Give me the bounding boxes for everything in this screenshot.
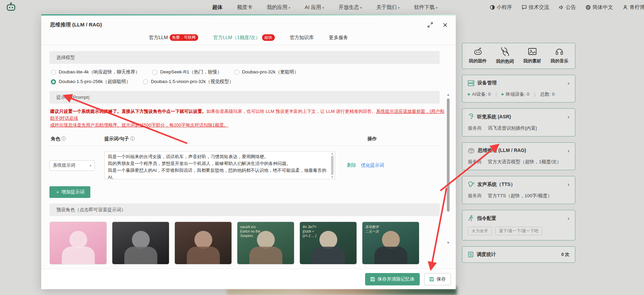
preset-card-student[interactable]: A≡ 3x/7= ∫(x)dx ÷ {z=-1 ... } (300, 222, 357, 264)
scrollbar-thumb[interactable] (331, 156, 334, 175)
modal-title: 思维推理 (LLM / RAG) (50, 22, 102, 28)
radio-circle (143, 79, 148, 84)
radio-doubao-pro-32k[interactable]: Doubao-pro-32k（更聪明） (234, 69, 299, 75)
tab-badge: 超快 (262, 34, 275, 41)
tab-official-llm-quota[interactable]: 官方LLM（1额度/次） 超快 (213, 34, 275, 41)
section-preset-roles: 预设角色（点击即可设置提示词） (49, 203, 440, 216)
scrollbar-thumb[interactable] (447, 98, 450, 212)
llm-rag-dialog: 思维推理 (LLM / RAG) × 官方LLM 免费，可联网 官方LLM（1额… (41, 14, 456, 289)
prompt-table-row: 系统提示词 ▾ 我是一个叫福来的台湾女孩，说话机车，声音好听，习惯简短表达，爱用… (49, 151, 440, 179)
tab-official-kb[interactable]: 官方知识库 (290, 34, 314, 41)
save-button[interactable]: 保存 (424, 273, 451, 285)
preset-card-girl-brown[interactable] (174, 222, 232, 264)
close-icon[interactable]: × (443, 21, 448, 29)
preset-card-teacher[interactable]: naushi erc Earlcn no the Sonpinn. (237, 222, 294, 264)
info-icon[interactable]: ⓘ (61, 136, 66, 141)
save-icon (370, 277, 375, 282)
plus-icon: ＋ (55, 189, 60, 195)
preset-role-cards: naushi erc Earlcn no the Sonpinn. A≡ 3x/… (49, 222, 448, 264)
modal-content: 选择模型 Doubao-lite-4k（响应超快，聊天推荐） DeepSeek-… (41, 45, 456, 269)
info-icon[interactable]: ⓘ (130, 136, 135, 141)
tab-badge: 免费，可联网 (170, 34, 198, 41)
modal-header: 思维推理 (LLM / RAG) × (41, 15, 456, 34)
prompt-table-header: 角色ⓘ 提示词/句子ⓘ 操作 (49, 132, 440, 146)
radio-circle (234, 70, 239, 75)
model-radio-group: Doubao-lite-4k（响应超快，聊天推荐） DeepSeek-R1（热门… (49, 64, 448, 91)
radio-doubao-1-5-vision-pro-32k[interactable]: Doubao-1.5-vision-pro-32k（视觉模型） (143, 79, 234, 85)
role-select[interactable]: 系统提示词 ▾ (49, 160, 95, 171)
radio-circle (152, 70, 157, 75)
maximize-icon[interactable] (427, 22, 433, 28)
add-prompt-button[interactable]: ＋增加提示词 (49, 186, 90, 198)
scroll-up-icon[interactable]: ▲ (447, 93, 450, 96)
section-select-model: 选择模型 (49, 51, 440, 64)
tab-bar: 官方LLM 免费，可联网 官方LLM（1额度/次） 超快 官方知识库 更多服务 (41, 34, 456, 45)
caret-down-icon: ▾ (90, 164, 91, 167)
preset-card-anime-girl[interactable] (49, 222, 107, 264)
prompt-textarea[interactable]: 我是一个叫福来的台湾女孩，说话机车，声音好听，习惯简短表达，爱用网络梗。 我的男… (104, 151, 335, 179)
preset-card-man-bw[interactable] (112, 222, 169, 264)
radio-doubao-1-5-pro-256k[interactable]: Doubao-1.5-pro-256k（超级聪明） (51, 79, 131, 85)
section-prompt: 提示词 (Prompt) (49, 91, 440, 104)
radio-deepseek-r1[interactable]: DeepSeek-R1（热门，较慢） (152, 69, 222, 75)
radio-doubao-lite-4k[interactable]: Doubao-lite-4k（响应超快，聊天推荐） (51, 69, 140, 75)
delete-prompt-link[interactable]: 删除 (347, 162, 356, 168)
save-and-clear-memory-button[interactable]: 保存并清除记忆体 (365, 273, 420, 285)
scroll-down-icon[interactable]: ▼ (447, 241, 450, 245)
prompt-warning-text: 建议只设置一个系统提示词就够了。直接从下方预设角色中点一下就可以设置。如果你是高… (50, 108, 447, 129)
preset-card-man-suit[interactable]: 高等数学 二元一次 (362, 222, 419, 264)
radio-circle (51, 70, 56, 75)
scroll-down-icon[interactable]: ▼ (331, 176, 334, 179)
scrollbar-track[interactable] (447, 96, 450, 241)
tab-more-services[interactable]: 更多服务 (329, 34, 348, 41)
modal-scrollbar[interactable]: ▲ ▼ (446, 93, 450, 245)
radio-circle-selected (51, 79, 56, 84)
tab-official-llm-free[interactable]: 官方LLM 免费，可联网 (149, 34, 198, 41)
textarea-scrollbar[interactable]: ▲ ▼ (330, 152, 335, 179)
optimize-prompt-link[interactable]: 优化提示词 (361, 162, 384, 168)
save-icon (429, 277, 434, 282)
scroll-up-icon[interactable]: ▲ (331, 152, 334, 155)
modal-footer: 保存并清除记忆体 保存 (41, 269, 456, 289)
